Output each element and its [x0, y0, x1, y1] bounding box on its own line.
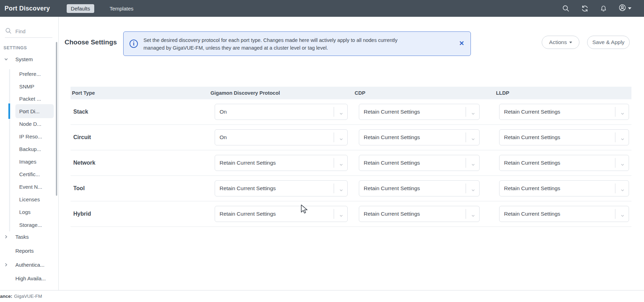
table-row-stack: Stack On Retain Current Settings Retain … — [71, 99, 631, 125]
chevron-down-icon — [471, 187, 475, 193]
find-input[interactable] — [15, 28, 50, 34]
sidebar-item-authentication[interactable]: Authentica... — [0, 259, 59, 270]
sidebar-item-backup[interactable]: Backup... — [19, 144, 41, 154]
info-alert: i Set the desired discovery protocol for… — [123, 31, 471, 56]
top-bar: Port Discovery Defaults Templates — [0, 0, 644, 17]
port-type-label: Circuit — [73, 125, 91, 150]
chevron-down-icon — [471, 136, 475, 142]
table-row-tool: Tool Retain Current Settings Retain Curr… — [71, 176, 631, 201]
chevron-down-icon — [621, 110, 624, 117]
alert-message: Set the desired discovery protocol for e… — [143, 36, 402, 52]
sidebar-item-packet[interactable]: Packet ... — [19, 93, 41, 104]
sidebar-scrollbar[interactable] — [56, 42, 57, 196]
sidebar-item-node-details[interactable]: Node D... — [19, 118, 41, 129]
gdp-select-circuit[interactable]: On — [215, 129, 348, 145]
gdp-select-tool[interactable]: Retain Current Settings — [215, 180, 348, 196]
sidebar-item-tasks[interactable]: Tasks — [0, 231, 59, 242]
chevron-right-icon — [4, 234, 8, 240]
save-apply-button[interactable]: Save & Apply — [587, 36, 630, 49]
cdp-select-network[interactable]: Retain Current Settings — [359, 155, 480, 171]
sidebar-item-system[interactable]: System — [0, 54, 59, 64]
cdp-select-circuit[interactable]: Retain Current Settings — [359, 129, 480, 145]
port-type-label: Tool — [73, 176, 85, 201]
sidebar-item-ip-resolver[interactable]: IP Reso... — [19, 131, 42, 142]
sidebar-item-storage[interactable]: Storage... — [19, 220, 42, 230]
sidebar-item-certificates[interactable]: Certific... — [19, 169, 40, 179]
instance-value: GigaVUE-FM — [14, 294, 42, 299]
table-header-row: Port Type Gigamon Discovery Protocol CDP… — [71, 87, 631, 99]
selected-item-accent-bar — [8, 103, 10, 119]
table-row-hybrid: Hybrid Retain Current Settings Retain Cu… — [71, 201, 631, 227]
sidebar-item-port-discovery[interactable]: Port Di... — [19, 106, 39, 116]
cdp-select-tool[interactable]: Retain Current Settings — [359, 180, 480, 196]
find-search-icon — [5, 27, 12, 36]
sidebar-item-high-availability[interactable]: High Availa... — [0, 273, 59, 283]
chevron-down-icon — [621, 161, 624, 168]
gdp-select-network[interactable]: Retain Current Settings — [215, 155, 348, 171]
account-icon — [618, 3, 627, 13]
lldp-select-network[interactable]: Retain Current Settings — [499, 155, 629, 171]
sidebar-item-preferences[interactable]: Prefere... — [19, 69, 41, 79]
chevron-down-icon — [339, 136, 343, 142]
notifications-icon[interactable] — [599, 4, 608, 13]
sidebar-item-reports[interactable]: Reports — [0, 245, 59, 256]
close-icon[interactable]: ✕ — [459, 39, 464, 47]
gdp-select-stack[interactable]: On — [215, 104, 348, 120]
instance-footer: ance: GigaVUE-FM — [0, 290, 644, 302]
tab-templates[interactable]: Templates — [105, 4, 138, 13]
sidebar-item-licenses[interactable]: Licenses — [19, 194, 40, 204]
port-settings-table: Port Type Gigamon Discovery Protocol CDP… — [71, 87, 631, 227]
port-type-label: Network — [73, 150, 95, 175]
sidebar-item-logs[interactable]: Logs — [19, 207, 31, 217]
chevron-down-icon — [621, 213, 624, 219]
header-gdp: Gigamon Discovery Protocol — [210, 87, 280, 99]
chevron-down-icon — [471, 213, 475, 219]
top-tabs: Defaults Templates — [67, 4, 138, 13]
tab-defaults[interactable]: Defaults — [67, 4, 94, 13]
chevron-down-icon — [471, 161, 475, 168]
lldp-select-tool[interactable]: Retain Current Settings — [499, 180, 629, 196]
chevron-down-icon — [339, 187, 343, 193]
lldp-select-stack[interactable]: Retain Current Settings — [499, 104, 629, 120]
account-menu[interactable] — [618, 3, 631, 13]
cdp-select-stack[interactable]: Retain Current Settings — [359, 104, 480, 120]
port-type-label: Stack — [73, 99, 88, 124]
instance-label: ance: — [0, 294, 12, 299]
lldp-select-circuit[interactable]: Retain Current Settings — [499, 129, 629, 145]
tree-guide-line — [9, 69, 10, 231]
search-icon[interactable] — [562, 4, 570, 13]
chevron-right-icon — [4, 262, 8, 268]
chevron-down-icon — [339, 161, 343, 168]
topbar-icons — [562, 3, 631, 13]
settings-section-label: SETTINGS — [3, 45, 27, 50]
find-row — [5, 25, 52, 38]
header-port-type: Port Type — [72, 87, 95, 99]
page-title: Choose Settings — [65, 38, 117, 46]
chevron-down-icon — [339, 213, 343, 219]
table-row-circuit: Circuit On Retain Current Settings Retai… — [71, 125, 631, 150]
cdp-select-hybrid[interactable]: Retain Current Settings — [359, 206, 480, 222]
port-type-label: Hybrid — [73, 201, 91, 226]
app-title: Port Discovery — [5, 5, 50, 12]
settings-sidebar: SETTINGS System Prefere... SNMP Packet .… — [0, 17, 59, 290]
header-cdp: CDP — [355, 87, 365, 99]
actions-caret-icon — [569, 42, 572, 43]
table-row-network: Network Retain Current Settings Retain C… — [71, 150, 631, 176]
sidebar-item-event-notifications[interactable]: Event N... — [19, 181, 42, 192]
actions-button[interactable]: Actions — [542, 36, 579, 49]
chevron-down-icon — [339, 110, 343, 117]
refresh-icon[interactable] — [580, 4, 589, 13]
info-icon: i — [129, 39, 138, 48]
chevron-down-icon — [471, 110, 475, 117]
sidebar-item-snmp[interactable]: SNMP — [19, 81, 34, 92]
chevron-down-icon — [621, 187, 624, 193]
chevron-down-icon — [4, 57, 8, 63]
gdp-select-hybrid[interactable]: Retain Current Settings — [215, 206, 348, 222]
header-lldp: LLDP — [496, 87, 509, 99]
main-content: Choose Settings i Set the desired discov… — [59, 17, 644, 290]
account-caret-icon — [628, 7, 631, 9]
chevron-down-icon — [621, 136, 624, 142]
lldp-select-hybrid[interactable]: Retain Current Settings — [499, 206, 629, 222]
sidebar-item-images[interactable]: Images — [19, 156, 36, 167]
